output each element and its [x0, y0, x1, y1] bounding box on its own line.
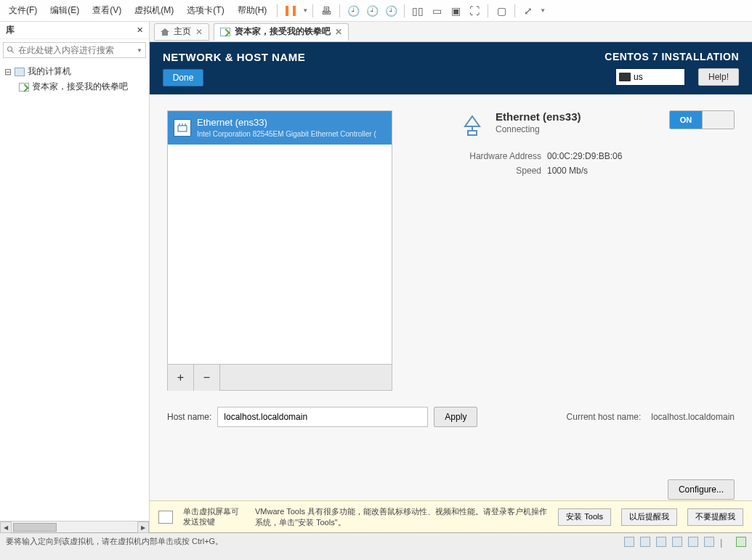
speed-label: Speed	[458, 166, 541, 176]
network-detail: Ethernet (ens33) Connecting ON Hardware …	[400, 110, 735, 176]
layout3-icon[interactable]: ▣	[448, 4, 463, 18]
library-tree: ⊟ 我的计算机 资本家，接受我的铁拳吧	[0, 61, 149, 521]
caret-down-icon[interactable]: ▼	[540, 7, 546, 14]
layout2-icon[interactable]: ▭	[429, 4, 444, 18]
toggle-on-label: ON	[670, 111, 702, 129]
installer-body: Ethernet (ens33) Intel Corporation 82545…	[150, 94, 752, 500]
device-icon[interactable]	[672, 537, 682, 547]
detail-title: Ethernet (ens33)	[496, 110, 581, 123]
separator	[277, 4, 278, 17]
device-icon[interactable]	[656, 537, 666, 547]
keyboard-layout[interactable]: us	[615, 68, 685, 86]
tab-strip: 主页 ✕ 资本家，接受我的铁拳吧 ✕	[150, 22, 752, 42]
remove-button[interactable]: −	[194, 365, 220, 391]
tab-home-label: 主页	[174, 25, 191, 38]
separator	[488, 4, 488, 17]
menu-view[interactable]: 查看(V)	[86, 2, 127, 19]
menu-edit[interactable]: 编辑(E)	[44, 2, 85, 19]
library-title: 库	[6, 24, 15, 36]
add-remove-bar: + −	[167, 365, 392, 391]
snapshot-icon[interactable]: 🖶	[319, 4, 333, 18]
svg-rect-3	[468, 131, 477, 135]
install-tools-button[interactable]: 安装 Tools	[558, 508, 611, 526]
console-icon[interactable]: ▢	[494, 4, 509, 18]
separator	[404, 4, 405, 17]
scroll-thumb[interactable]	[13, 523, 57, 532]
separator	[339, 4, 340, 17]
caret-down-icon[interactable]: ▼	[137, 47, 142, 54]
status-icons: |	[624, 537, 746, 547]
screen-icon	[158, 511, 173, 524]
network-list-container: Ethernet (ens33) Intel Corporation 82545…	[167, 110, 392, 391]
help-button[interactable]: Help!	[698, 68, 739, 86]
svg-rect-2	[178, 126, 187, 131]
network-item-sub: Intel Corporation 82545EM Gigabit Ethern…	[197, 129, 376, 139]
fullscreen-icon[interactable]: ⤢	[521, 4, 535, 18]
network-item-ens33[interactable]: Ethernet (ens33) Intel Corporation 82545…	[168, 111, 392, 145]
separator	[312, 4, 313, 17]
tree-root-label: 我的计算机	[28, 65, 71, 78]
tab-home[interactable]: 主页 ✕	[154, 23, 209, 41]
tree-item[interactable]: 资本家，接受我的铁拳吧	[1, 79, 147, 94]
hostname-input[interactable]	[217, 407, 428, 427]
vm-icon	[220, 28, 230, 36]
menu-help[interactable]: 帮助(H)	[232, 2, 273, 19]
pause-button[interactable]	[283, 4, 298, 18]
scrollbar[interactable]: ◀ ▶	[0, 521, 149, 532]
current-hostname-label: Current host name:	[567, 412, 642, 422]
close-icon[interactable]: ✕	[195, 27, 203, 37]
clock-icon[interactable]: 🕘	[384, 4, 398, 18]
search-input[interactable]	[18, 45, 132, 55]
device-icon[interactable]	[624, 537, 634, 547]
device-icon[interactable]	[688, 537, 698, 547]
network-toggle[interactable]: ON	[669, 110, 735, 129]
detail-status: Connecting	[496, 124, 581, 134]
collapse-icon[interactable]: ⊟	[4, 67, 12, 77]
current-hostname-value: localhost.localdomain	[651, 412, 735, 422]
scroll-left[interactable]: ◀	[0, 522, 12, 533]
tree-item-label: 资本家，接受我的铁拳吧	[32, 81, 128, 93]
apply-button[interactable]: Apply	[434, 407, 477, 427]
home-icon	[161, 28, 169, 36]
add-button[interactable]: +	[168, 365, 194, 391]
tree-root[interactable]: ⊟ 我的计算机	[1, 64, 147, 79]
search-icon	[7, 46, 15, 54]
device-icon[interactable]	[704, 537, 714, 547]
svg-point-0	[8, 47, 12, 52]
network-list: Ethernet (ens33) Intel Corporation 82545…	[167, 110, 392, 365]
centos-label: CENTOS 7 INSTALLATION	[605, 51, 739, 62]
keyboard-label: us	[634, 72, 643, 82]
library-search[interactable]: ▼	[3, 42, 146, 58]
close-icon[interactable]: ✕	[137, 25, 143, 35]
never-remind-button[interactable]: 不要提醒我	[687, 508, 743, 526]
hwaddr-label: Hardware Address	[458, 151, 541, 161]
network-item-title: Ethernet (ens33)	[197, 117, 376, 129]
layout4-icon[interactable]: ⛶	[467, 4, 482, 18]
clock-icon[interactable]: 🕘	[365, 4, 379, 18]
menu-tabs[interactable]: 选项卡(T)	[181, 2, 230, 19]
close-icon[interactable]: ✕	[335, 27, 342, 37]
keyboard-icon	[619, 73, 631, 81]
device-icon[interactable]	[736, 537, 746, 547]
speed-value: 1000 Mb/s	[547, 166, 735, 176]
remind-later-button[interactable]: 以后提醒我	[621, 508, 677, 526]
tab-vm[interactable]: 资本家，接受我的铁拳吧 ✕	[214, 23, 349, 41]
menu-bar: 文件(F) 编辑(E) 查看(V) 虚拟机(M) 选项卡(T) 帮助(H) ▼ …	[0, 0, 752, 22]
toggle-knob	[702, 111, 734, 129]
scroll-right[interactable]: ▶	[137, 522, 149, 533]
menu-file[interactable]: 文件(F)	[3, 2, 43, 19]
configure-button[interactable]: Configure...	[668, 479, 735, 500]
done-button[interactable]: Done	[163, 69, 203, 86]
caret-down-icon[interactable]: ▼	[302, 7, 308, 14]
device-icon[interactable]	[640, 537, 650, 547]
layout1-icon[interactable]: ▯▯	[411, 4, 425, 18]
menu-vm[interactable]: 虚拟机(M)	[129, 2, 179, 19]
hwaddr-value: 00:0C:29:D9:BB:06	[547, 151, 735, 161]
ethernet-icon	[174, 119, 191, 137]
clock-icon[interactable]: 🕘	[346, 4, 360, 18]
library-pane: 库 ✕ ▼ ⊟ 我的计算机 资本家，接受我的铁拳吧 ◀ ▶	[0, 22, 150, 532]
library-header: 库 ✕	[0, 22, 149, 39]
hostname-row: Host name: Apply Current host name: loca…	[167, 407, 735, 427]
svg-line-1	[12, 51, 14, 53]
separator	[514, 4, 515, 17]
